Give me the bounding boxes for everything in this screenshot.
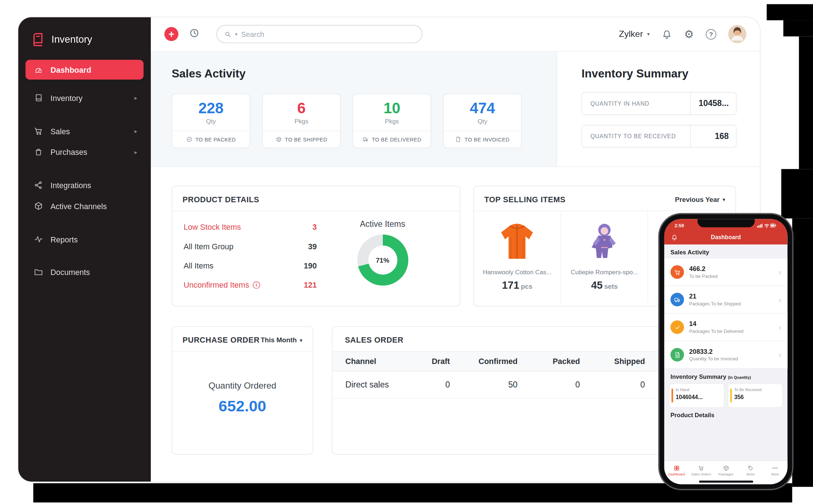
phone-mockup: 2:59 Dashboard Sa xyxy=(660,214,792,489)
sidebar-item-sales[interactable]: Sales ▸ xyxy=(25,121,143,141)
product-details-rows: Low Stock Items 3 All Item Group 39 All … xyxy=(183,217,317,295)
phone-to-be-delivered-row[interactable]: 14Packages To be Delivered › xyxy=(664,314,788,341)
bell-icon xyxy=(662,29,672,39)
top-selling-item[interactable]: Hanswooly Cotton Cas... 171pcs xyxy=(474,211,561,304)
to-be-invoiced-card[interactable]: 474Qty TO BE INVOICED xyxy=(443,94,522,148)
product-qty: 45 xyxy=(591,279,603,291)
brand-logo-icon xyxy=(30,32,45,47)
metric-unit: Pkgs xyxy=(385,118,399,125)
cart-icon xyxy=(698,465,704,471)
phone-status-time: 2:59 xyxy=(675,223,684,228)
phone-inventory-summary-title: Inventory Summary (In Quantity) xyxy=(664,369,788,383)
to-be-packed-card[interactable]: 228Qty TO BE PACKED xyxy=(172,94,250,148)
sidebar-item-documents[interactable]: Documents xyxy=(25,262,143,282)
active-items-donut: 71% xyxy=(357,234,408,285)
quantity-to-be-received-row: QUANTITY TO BE RECEIVED 168 xyxy=(581,125,736,148)
dashboard-icon xyxy=(34,65,43,75)
sidebar-item-purchases[interactable]: Purchases ▸ xyxy=(25,142,143,162)
grid-icon xyxy=(673,465,679,471)
col-packed: Packed xyxy=(530,351,593,371)
help-button[interactable]: ? xyxy=(706,29,716,39)
sidebar-nav: Dashboard Inventory ▸ Sales ▸ Purchases … xyxy=(18,60,151,282)
all-items-row[interactable]: All Items 190 xyxy=(183,256,317,275)
all-item-group-row[interactable]: All Item Group 39 xyxy=(183,237,317,256)
search-icon xyxy=(224,30,232,38)
brand[interactable]: Inventory xyxy=(18,29,151,60)
sidebar-item-integrations[interactable]: Integrations xyxy=(25,175,143,195)
phone-nav-more[interactable]: More xyxy=(763,461,787,480)
active-items-label: Active Items xyxy=(360,220,405,229)
notifications-button[interactable] xyxy=(662,29,672,39)
purchase-order-title: PURCHASE ORDER xyxy=(183,335,260,344)
search-input[interactable] xyxy=(241,30,414,38)
phone-screen: 2:59 Dashboard Sa xyxy=(664,219,788,484)
to-be-shipped-card[interactable]: 6Pkgs TO BE SHIPPED xyxy=(262,94,341,148)
inventory-summary-title: Inventory Summary xyxy=(581,67,736,80)
topbar: + ▾ Zylker ▾ ⚙ xyxy=(151,17,760,51)
quantity-ordered-label: Quantity Ordered xyxy=(172,381,313,391)
product-name: Hanswooly Cotton Cas... xyxy=(483,268,552,276)
sidebar-item-active-channels[interactable]: Active Channels xyxy=(25,196,143,216)
invoice-icon xyxy=(455,136,461,143)
page: Inventory Dashboard Inventory ▸ Sales ▸ xyxy=(0,0,813,504)
brand-name: Inventory xyxy=(51,34,92,45)
add-new-button[interactable]: + xyxy=(164,27,178,41)
product-details-card: PRODUCT DETAILS Low Stock Items 3 All It… xyxy=(172,186,460,306)
phone-in-hand-box[interactable]: In Hand 1046044... xyxy=(669,384,724,407)
chevron-down-icon: ▾ xyxy=(647,31,650,37)
metric-label: TO BE DELIVERED xyxy=(372,136,422,142)
phone-to-be-invoiced-row[interactable]: 20833.2Quantity To be Invoiced › xyxy=(664,341,788,369)
info-icon[interactable]: i xyxy=(253,281,260,288)
phone-nav-items[interactable]: Items xyxy=(738,461,763,480)
to-be-delivered-card[interactable]: 10Pkgs TO BE DELIVERED xyxy=(353,94,431,148)
top-selling-filter[interactable]: Previous Year ▾ xyxy=(675,196,725,204)
inventory-icon xyxy=(34,93,43,102)
phone-body: Sales Activity 466.2To be Packed › 21Pac… xyxy=(664,245,788,422)
search-scope-caret-icon[interactable]: ▾ xyxy=(235,31,238,37)
phone-nav-dashboard[interactable]: Dashboard xyxy=(664,461,689,480)
phone-nav-packages[interactable]: Packages xyxy=(714,461,738,480)
phone-to-be-received-box[interactable]: To Be Received 356 xyxy=(728,384,782,407)
org-switcher[interactable]: Zylker ▾ xyxy=(619,29,650,39)
top-selling-title: TOP SELLING ITEMS xyxy=(484,195,566,204)
chevron-right-icon: › xyxy=(779,350,781,359)
phone-home-indicator[interactable] xyxy=(699,480,753,483)
phone-to-be-packed-row[interactable]: 466.2To be Packed › xyxy=(664,258,788,286)
active-items-chart: Active Items 71% xyxy=(317,217,448,295)
folder-icon xyxy=(34,267,43,277)
avatar-image xyxy=(728,25,746,43)
sidebar-item-dashboard[interactable]: Dashboard xyxy=(25,60,143,80)
phone-bell-icon[interactable] xyxy=(671,234,678,241)
col-draft: Draft xyxy=(418,351,462,371)
sidebar-item-inventory[interactable]: Inventory ▸ xyxy=(25,88,143,108)
phone-notch xyxy=(697,219,754,227)
search-box[interactable]: ▾ xyxy=(216,25,422,43)
clock-history-icon xyxy=(189,27,200,38)
metric-value: 10 xyxy=(384,100,400,117)
purchase-order-filter[interactable]: This Month ▾ xyxy=(261,336,302,344)
chevron-right-icon: ▸ xyxy=(135,148,137,155)
caret-down-icon: ▾ xyxy=(723,197,725,202)
top-selling-item[interactable]: Cutiepie Rompers-spo... 45sets xyxy=(561,211,648,304)
product-unit: sets xyxy=(604,283,618,291)
quantity-ordered-value: 652.00 xyxy=(172,397,313,415)
summary-band: Sales Activity 228Qty TO BE PACKED 6Pkgs… xyxy=(151,51,760,167)
package-icon xyxy=(723,465,729,471)
phone-to-be-shipped-row[interactable]: 21Packages To be Shipped › xyxy=(664,286,788,314)
sidebar-item-reports[interactable]: Reports xyxy=(25,229,143,249)
phone-nav-sales-orders[interactable]: Sales Orders xyxy=(689,461,714,480)
cart-icon xyxy=(34,126,43,136)
app-window: Inventory Dashboard Inventory ▸ Sales ▸ xyxy=(18,17,760,482)
settings-button[interactable]: ⚙ xyxy=(684,29,694,39)
metric-label: TO BE INVOICED xyxy=(465,136,509,142)
col-shipped: Shipped xyxy=(592,351,657,371)
avatar[interactable] xyxy=(728,25,746,43)
metric-unit: Pkgs xyxy=(295,118,308,125)
donut-percent: 71% xyxy=(376,256,389,264)
check-icon xyxy=(670,321,684,334)
tag-icon xyxy=(748,465,754,471)
low-stock-items-row[interactable]: Low Stock Items 3 xyxy=(183,217,317,237)
unconfirmed-items-row[interactable]: Unconfirmed Itemsi 121 xyxy=(183,275,317,294)
recent-history-button[interactable] xyxy=(189,27,200,41)
metric-unit: Qty xyxy=(206,118,216,125)
